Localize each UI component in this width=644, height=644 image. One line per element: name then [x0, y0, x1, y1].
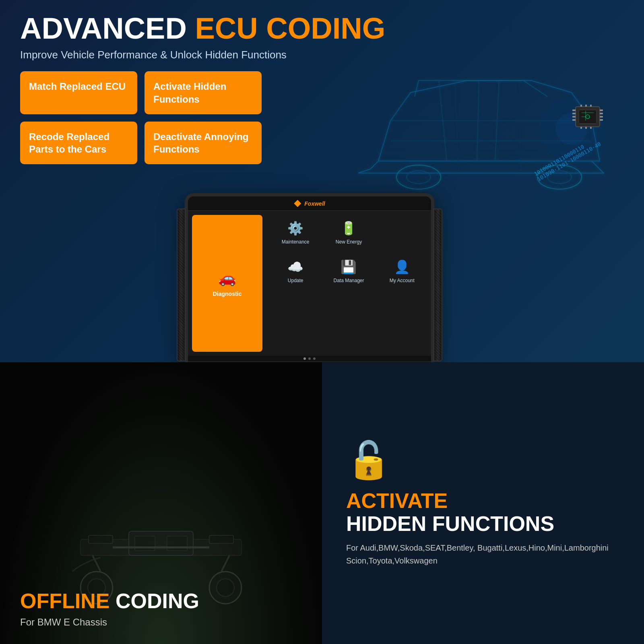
app-maintenance[interactable]: ⚙️ Maintenance [270, 215, 320, 250]
update-icon: ☁️ [287, 259, 303, 275]
main-title: ADVANCED ECU CODING [20, 12, 624, 45]
svg-rect-26 [600, 116, 603, 118]
feature-grid: Match Replaced ECU Activate Hidden Funct… [20, 71, 262, 164]
svg-rect-29 [585, 105, 587, 107]
svg-rect-21 [572, 113, 576, 114]
offline-subtitle: For BMW E Chassis [20, 617, 302, 628]
svg-point-37 [586, 115, 590, 119]
new-energy-icon: 🔋 [341, 221, 357, 236]
svg-rect-31 [580, 127, 582, 129]
new-energy-label: New Energy [336, 239, 362, 245]
svg-rect-20 [572, 109, 576, 111]
bottom-left-panel: OFFLINE CODING For BMW E Chassis [0, 362, 322, 644]
hidden-functions-word: HIDDEN FUNCTIONS [346, 512, 554, 535]
lock-icon: 🔓 [346, 439, 620, 481]
dot-1 [303, 357, 306, 360]
offline-title-part1: OFFLINE [20, 589, 109, 613]
foxwell-brand-name: Foxwell [304, 200, 325, 207]
maintenance-label: Maintenance [282, 239, 310, 245]
title-part2: ECU CODING [195, 12, 385, 45]
feature-btn-recode-parts[interactable]: Recode Replaced Parts to the Cars [20, 122, 137, 164]
feature-btn-deactivate[interactable]: Deactivate Annoying Functions [144, 122, 262, 164]
svg-rect-50 [135, 536, 155, 551]
tablet-grip-left [177, 208, 186, 361]
update-label: Update [288, 278, 303, 283]
foxwell-logo: Foxwell [294, 200, 325, 207]
tablet-device: Foxwell 🚗 Diagnostic ⚙️ Maintenance [185, 193, 434, 362]
svg-rect-22 [572, 116, 576, 118]
header-area: ADVANCED ECU CODING Improve Vehicle Perf… [20, 12, 624, 61]
svg-line-11 [390, 93, 411, 121]
svg-line-43 [221, 555, 229, 572]
bottom-right-panel: 🔓 ACTIVATE HIDDEN FUNCTIONS For Audi,BMW… [322, 362, 644, 644]
diagnostic-panel[interactable]: 🚗 Diagnostic [192, 215, 262, 352]
svg-line-14 [455, 80, 459, 173]
tablet-app-grid: ⚙️ Maintenance 🔋 New Energy ☁️ Update 💾 [266, 211, 431, 356]
data-manager-icon: 💾 [341, 259, 357, 275]
app-update[interactable]: ☁️ Update [270, 254, 320, 289]
tablet-grip-right [433, 208, 442, 361]
svg-point-0 [396, 165, 441, 189]
svg-rect-25 [600, 113, 603, 114]
svg-rect-32 [585, 127, 587, 129]
tablet-bottom-bar: ← ⌂ ▣ 📷 ✏ VCI 🚘 ✕ ↑ ≡ ⚡ 📶 87% 09:11 [188, 361, 431, 362]
app-data-manager[interactable]: 💾 Data Manager [324, 254, 374, 289]
data-manager-label: Data Manager [333, 278, 364, 283]
tablet-screen: 🚗 Diagnostic ⚙️ Maintenance 🔋 New Energy [188, 211, 431, 356]
feature-btn-activate-hidden[interactable]: Activate Hidden Functions [144, 71, 262, 114]
svg-rect-51 [167, 536, 187, 551]
app-empty-top-right [377, 215, 427, 250]
ecu-chip-float [568, 101, 608, 134]
svg-rect-23 [572, 119, 576, 121]
svg-rect-30 [590, 105, 592, 107]
top-section: 101000110110000110 101090·1101·10000110·… [0, 0, 644, 362]
diagnostic-icon: 🚗 [218, 270, 236, 287]
maintenance-icon: ⚙️ [287, 221, 303, 236]
subtitle: Improve Vehicle Performance & Unlock Hid… [20, 49, 624, 61]
bottom-section: OFFLINE CODING For BMW E Chassis 🔓 ACTIV… [0, 362, 644, 644]
svg-rect-24 [600, 109, 603, 111]
svg-point-2 [407, 171, 431, 184]
dot-3 [313, 357, 316, 360]
foxwell-logo-icon [294, 200, 301, 207]
screen-dots [188, 356, 431, 361]
my-account-label: My Account [390, 278, 415, 283]
tablet-top-bar: Foxwell [188, 196, 431, 211]
activate-description: For Audi,BMW,Skoda,SEAT,Bentley, Bugatti… [346, 541, 620, 567]
app-my-account[interactable]: 👤 My Account [377, 254, 427, 289]
dot-2 [308, 357, 311, 360]
svg-rect-28 [580, 105, 582, 107]
svg-rect-39 [89, 535, 113, 543]
my-account-icon: 👤 [394, 259, 410, 275]
app-new-energy[interactable]: 🔋 New Energy [324, 215, 374, 250]
coding-label: CODING [116, 589, 199, 613]
diagnostic-label: Diagnostic [213, 291, 242, 297]
svg-line-15 [519, 80, 521, 173]
svg-rect-40 [209, 535, 233, 543]
svg-rect-33 [590, 127, 592, 129]
title-part1: ADVANCED [20, 12, 187, 45]
activate-title: ACTIVATE HIDDEN FUNCTIONS [346, 489, 620, 535]
activate-word: ACTIVATE [346, 489, 448, 512]
svg-rect-27 [600, 119, 603, 121]
offline-title: OFFLINE CODING [20, 590, 302, 613]
feature-btn-match-ecu[interactable]: Match Replaced ECU [20, 71, 137, 114]
